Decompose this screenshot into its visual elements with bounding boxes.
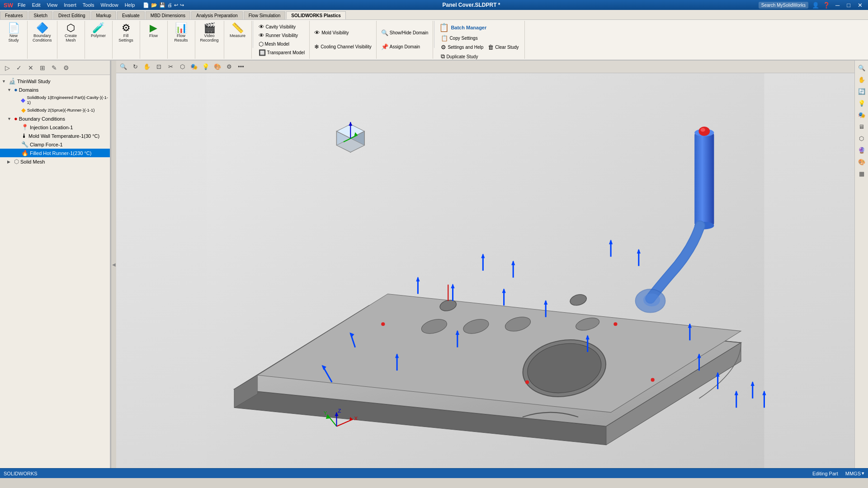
titlebar-menu-view[interactable]: View: [45, 2, 60, 8]
tab-direct-editing[interactable]: Direct Editing: [53, 11, 90, 19]
save-icon[interactable]: 💾: [159, 2, 165, 8]
titlebar-menu-tools[interactable]: Tools: [81, 2, 96, 8]
redo-icon[interactable]: ↪: [180, 2, 184, 8]
panel-arrow-btn[interactable]: ▷: [2, 62, 13, 73]
transparent-model-button[interactable]: 🔲 Transparent Model: [257, 48, 307, 57]
flow-icon: ▶: [150, 23, 157, 33]
vp-zoom-fit[interactable]: ⊡: [153, 61, 164, 72]
new-icon[interactable]: 📄: [143, 2, 149, 8]
titlebar-menu-window[interactable]: Window: [99, 2, 120, 8]
vp-zoom-in[interactable]: 🔍: [118, 61, 129, 72]
mold-visibility-button[interactable]: 👁 Mold Visibility: [312, 28, 350, 37]
tree-node-domains[interactable]: ▼ ● Domains: [0, 85, 110, 94]
runner-visibility-button[interactable]: 👁 Runner Visibility: [257, 31, 300, 40]
tree-node-sb2[interactable]: ◆ SolidBody 2(Sprue)(-Runner-)(-1-1): [0, 106, 110, 114]
mesh-model-button[interactable]: ⬡ Mesh Model: [257, 40, 291, 48]
clear-study-button[interactable]: 🗑 Clear Study: [486, 43, 520, 52]
panel-close-btn[interactable]: ✕: [25, 62, 36, 73]
settings-help-button[interactable]: ⚙ Settings and Help: [439, 43, 485, 52]
tree-node-clamp[interactable]: 🔧 Clamp Force-1: [0, 140, 110, 149]
print-icon[interactable]: 🖨: [167, 2, 172, 8]
rt-light[interactable]: 💡: [856, 98, 867, 108]
duplicate-study-button[interactable]: ⧉ Duplicate Study: [439, 52, 480, 61]
runner-vis-label: Runner Visibility: [266, 33, 298, 38]
video-button[interactable]: 🎬 VideoRecording: [198, 22, 221, 44]
tree-node-bc[interactable]: ▼ ● Boundary Conditions: [0, 114, 110, 123]
visibility-row-2: 👁 Runner Visibility: [257, 31, 307, 40]
cooling-channel-button[interactable]: ❄ Cooling Channel Visibility: [312, 42, 373, 51]
rt-color-view[interactable]: 🎨: [856, 156, 867, 167]
cavity-visibility-button[interactable]: 👁 Cavity Visibility: [257, 23, 298, 31]
assign-icon: 📌: [381, 43, 388, 50]
titlebar-menu-edit[interactable]: Edit: [30, 2, 42, 8]
rt-table[interactable]: ▦: [856, 168, 867, 179]
new-study-button[interactable]: 📄 NewStudy: [3, 22, 24, 44]
rt-zoom[interactable]: 🔍: [856, 62, 867, 73]
undo-icon[interactable]: ↩: [174, 2, 178, 8]
batch-header[interactable]: 📋 Batch Manager: [439, 22, 520, 33]
copy-icon: 📋: [441, 35, 448, 42]
flow-button[interactable]: ▶ Flow: [143, 22, 165, 40]
panel-gear-btn[interactable]: ⚙: [61, 62, 71, 73]
rt-window[interactable]: 🖥: [856, 121, 867, 132]
create-mesh-button[interactable]: ⬡ CreateMesh: [60, 22, 82, 44]
tree-root[interactable]: ▼ 🔬 ThinWall Study: [0, 77, 110, 85]
tab-sketch[interactable]: Sketch: [28, 11, 52, 19]
boundary-conditions-button[interactable]: 🔷 BoundaryConditions: [30, 22, 54, 44]
user-icon[interactable]: 👤: [812, 2, 819, 9]
assign-domain-button[interactable]: 📌 Assign Domain: [379, 42, 422, 51]
tab-mbd-dimensions[interactable]: MBD Dimensions: [146, 11, 190, 19]
panel-pencil-btn[interactable]: ✎: [49, 62, 60, 73]
vp-rotate[interactable]: ↻: [130, 61, 141, 72]
panel-expand-btn[interactable]: ⊞: [37, 62, 48, 73]
3d-view[interactable]: X Y Z: [116, 73, 854, 468]
vp-wireframe[interactable]: ⬡: [177, 61, 188, 72]
tab-analysis-preparation[interactable]: Analysis Preparation: [191, 11, 243, 19]
question-icon[interactable]: ❓: [823, 2, 830, 9]
vp-display-mode[interactable]: 🎭: [189, 61, 199, 72]
tree-node-sb1[interactable]: ◆ SolidBody 1(Engineered Part)(-Cavity-)…: [0, 94, 110, 106]
rt-render[interactable]: 🔮: [856, 145, 867, 155]
rt-pan[interactable]: ✋: [856, 74, 867, 85]
close-btn[interactable]: ✕: [856, 2, 864, 9]
tab-markup[interactable]: Markup: [91, 11, 116, 19]
show-hide-domain-button[interactable]: 🔍 Show/Hide Domain: [379, 28, 430, 37]
titlebar-menu-file[interactable]: File: [16, 2, 28, 8]
vp-section[interactable]: ✂: [165, 61, 176, 72]
vp-settings[interactable]: ⚙: [224, 61, 235, 72]
polymer-button[interactable]: 🧪 Polymer: [88, 22, 109, 40]
vp-color[interactable]: 🎨: [212, 61, 223, 72]
tree-node-mold-temp[interactable]: 🌡 Mold Wall Temperature-1(30 °C): [0, 131, 110, 140]
tab-flow-simulation[interactable]: Flow Simulation: [244, 11, 286, 19]
ribbon-tabs: Features Sketch Direct Editing Markup Ev…: [0, 10, 868, 20]
tree-node-solid-mesh[interactable]: ▶ ⬡ Solid Mesh: [0, 157, 110, 166]
restore-btn[interactable]: □: [845, 2, 852, 9]
rt-mesh-view[interactable]: ⬡: [856, 133, 867, 144]
vp-pan[interactable]: ✋: [142, 61, 152, 72]
vp-scene[interactable]: 💡: [200, 61, 211, 72]
measure-button[interactable]: 📏 Measure: [227, 22, 249, 40]
open-icon[interactable]: 📂: [151, 2, 157, 8]
statusbar: SOLIDWORKS Editing Part MMGS ▾: [0, 468, 868, 478]
tab-evaluate[interactable]: Evaluate: [117, 11, 145, 19]
mesh-model-icon: ⬡: [259, 41, 264, 47]
tree-node-injection[interactable]: 📍 Injection Location-1: [0, 123, 110, 131]
units-selector[interactable]: MMGS ▾: [845, 470, 864, 476]
titlebar-menu-help[interactable]: Help: [123, 2, 137, 8]
titlebar-menu-insert[interactable]: Insert: [62, 2, 78, 8]
tab-features[interactable]: Features: [0, 11, 28, 19]
settings-help-label: Settings and Help: [448, 45, 483, 50]
copy-settings-button[interactable]: 📋 Copy Settings: [439, 34, 479, 42]
search-mysw[interactable]: Search MySolidWorks: [759, 2, 808, 9]
flow-results-button[interactable]: 📊 FlowResults: [170, 22, 192, 44]
rt-rotate[interactable]: 🔄: [856, 86, 867, 97]
minimize-btn[interactable]: ─: [834, 2, 841, 9]
rt-display[interactable]: 🎭: [856, 109, 867, 120]
tab-sw-plastics[interactable]: SOLIDWORKS Plastics: [286, 11, 345, 19]
vp-more[interactable]: •••: [236, 61, 246, 72]
fill-settings-button[interactable]: ⚙ FillSettings: [115, 22, 137, 44]
panel-collapse-handle[interactable]: ◀: [111, 61, 116, 468]
editing-status: Editing Part: [812, 471, 838, 476]
panel-check-btn[interactable]: ✓: [14, 62, 24, 73]
tree-node-hot-runner[interactable]: 🔥 Filled Hot Runner-1(230 °C): [0, 149, 110, 157]
